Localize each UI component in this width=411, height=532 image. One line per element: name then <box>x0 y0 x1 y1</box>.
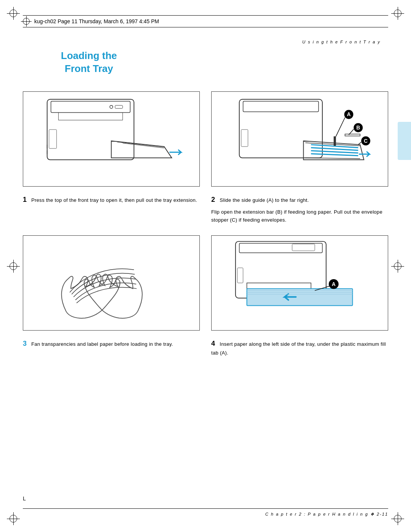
step-4-content: Insert paper along the left side of the … <box>211 341 386 356</box>
title-line1: Loading the Front Tray <box>61 50 117 75</box>
registration-mark-tl <box>10 10 17 17</box>
illustration-2: A B C <box>211 91 388 187</box>
svg-rect-34 <box>247 289 353 306</box>
svg-rect-18 <box>334 136 336 146</box>
step-4-number: 4 <box>211 340 215 347</box>
svg-line-14 <box>311 151 358 153</box>
svg-line-13 <box>311 148 358 150</box>
svg-line-3 <box>117 142 164 147</box>
illustration-4: A <box>211 235 388 331</box>
step-4-text: 4 Insert paper along the left side of th… <box>211 338 388 357</box>
registration-mark-mr <box>394 262 401 270</box>
step-1-text: 1 Press the top of the front tray to ope… <box>23 194 200 205</box>
svg-text:A: A <box>332 281 336 287</box>
step-1-block: 1 Press the top of the front tray to ope… <box>23 194 200 224</box>
svg-text:B: B <box>356 125 360 131</box>
svg-rect-33 <box>247 283 311 289</box>
registration-mark-br <box>394 515 401 522</box>
step-4-block: 4 Insert paper along the left side of th… <box>211 338 388 357</box>
svg-rect-41 <box>237 268 243 283</box>
svg-line-15 <box>311 154 358 156</box>
bottom-steps-row: 3 Fan transparencies and label paper bef… <box>23 338 388 357</box>
page-footer: C h a p t e r 2 : P a p e r H a n d l i … <box>23 508 388 517</box>
main-title: Loading the Front Tray <box>61 50 117 75</box>
step-3-number: 3 <box>23 340 27 347</box>
registration-mark-ml <box>10 262 17 270</box>
section-title-area: U s i n g t h e F r o n t T r a y <box>302 38 381 45</box>
header-reg-mark <box>23 18 30 25</box>
svg-rect-32 <box>292 244 315 251</box>
blue-tab <box>398 122 411 160</box>
svg-rect-31 <box>239 243 322 253</box>
registration-mark-tr <box>394 10 401 17</box>
svg-rect-10 <box>239 99 322 158</box>
step-2-block: 2 Slide the side guide (A) to the far ri… <box>211 194 388 224</box>
footer-text: C h a p t e r 2 : P a p e r H a n d l i … <box>265 512 388 517</box>
svg-text:A: A <box>347 111 350 117</box>
title-text-line2: Front Tray <box>65 63 113 74</box>
svg-point-7 <box>110 105 113 109</box>
step-3-block: 3 Fan transparencies and label paper bef… <box>23 338 200 357</box>
top-steps-row: 1 Press the top of the front tray to ope… <box>23 194 388 224</box>
bottom-images-row: A <box>23 235 388 331</box>
title-text-line1: Loading the <box>61 50 117 61</box>
svg-rect-19 <box>345 134 360 136</box>
svg-line-22 <box>336 117 345 136</box>
section-title: U s i n g t h e F r o n t T r a y <box>302 40 381 44</box>
step-1-number: 1 <box>23 196 27 203</box>
step-2-extra: Flip open the extension bar (B) if feedi… <box>211 208 388 224</box>
page-header: kug-ch02 Page 11 Thursday, March 6, 1997… <box>23 15 388 27</box>
step-2-text: 2 Slide the side guide (A) to the far ri… <box>211 194 388 205</box>
svg-rect-1 <box>51 101 130 113</box>
svg-rect-29 <box>241 129 248 147</box>
illustration-1 <box>23 91 200 187</box>
illustration-3 <box>23 235 200 331</box>
step-3-content: Fan transparencies and label paper befor… <box>31 341 173 347</box>
svg-rect-2 <box>59 113 123 120</box>
step-2-number: 2 <box>211 196 215 203</box>
svg-rect-8 <box>115 105 123 109</box>
content-area: A B C 1 Press the top of the front tray … <box>23 91 388 494</box>
svg-text:C: C <box>364 138 368 144</box>
top-images-row: A B C <box>23 91 388 187</box>
svg-rect-9 <box>49 129 57 149</box>
registration-mark-bl <box>10 515 17 522</box>
step-2-main: Slide the side guide (A) to the far righ… <box>220 197 309 203</box>
header-text: kug-ch02 Page 11 Thursday, March 6, 1997… <box>34 18 159 24</box>
l-mark: L <box>23 495 26 502</box>
svg-line-17 <box>305 158 360 159</box>
step-3-text: 3 Fan transparencies and label paper bef… <box>23 338 200 349</box>
svg-rect-11 <box>243 101 319 112</box>
step-1-content: Press the top of the front tray to open … <box>31 197 197 203</box>
